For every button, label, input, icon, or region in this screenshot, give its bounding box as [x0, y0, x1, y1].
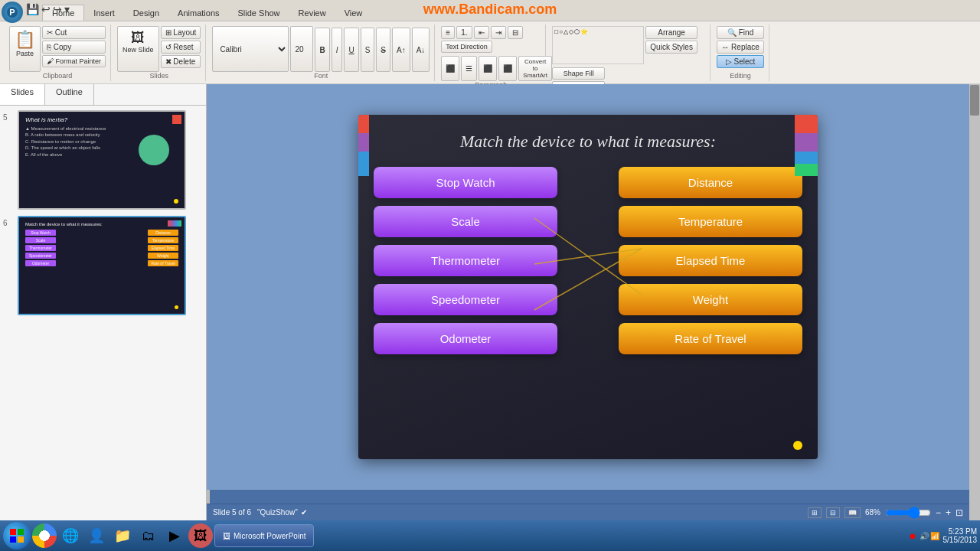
slide-thumb-5[interactable]: 5 What is inertia? ▲ Measurement of elec… — [3, 110, 203, 210]
check-icon: ✔ — [301, 508, 307, 517]
cut-button[interactable]: ✂ Cut — [42, 26, 106, 39]
more-quick-btn[interactable]: ▾ — [64, 3, 70, 15]
format-painter-button[interactable]: 🖌 Format Painter — [42, 55, 106, 67]
gold-dot — [793, 441, 802, 450]
slide6-row-2: Scale Temperature — [25, 237, 178, 243]
text-direction-button[interactable]: Text Direction — [441, 41, 492, 53]
font-size-increase[interactable]: A↑ — [392, 28, 410, 72]
redo-quick-btn[interactable]: ↪ — [53, 3, 62, 15]
font-family-select[interactable]: Calibri — [212, 26, 289, 72]
underline-button[interactable]: U — [344, 28, 358, 72]
theme-status: "QuizShow" — [257, 508, 298, 517]
slide-preview-5[interactable]: What is inertia? ▲ Measurement of electr… — [18, 110, 186, 210]
italic-button[interactable]: I — [332, 28, 343, 72]
slide6-left-2: Scale — [25, 237, 56, 243]
shape-fill-button[interactable]: Shape Fill — [552, 67, 605, 80]
weight-button[interactable]: Weight — [619, 284, 802, 315]
bold-button[interactable]: B — [315, 28, 329, 72]
slides-group: 🖼New Slide ⊞ Layout ↺ Reset ✖ Delete Sli… — [113, 24, 206, 81]
quick-styles-button[interactable]: Quick Styles — [645, 41, 697, 54]
explorer-icon[interactable]: 🗂 — [136, 523, 161, 548]
new-slide-button[interactable]: 🖼New Slide — [117, 26, 159, 72]
justify[interactable]: ⬛ — [498, 56, 517, 81]
folder-icon[interactable]: 📁 — [110, 523, 135, 548]
slide6-left-5: Odometer — [25, 260, 56, 266]
slide-preview-6[interactable]: Match the device to what it measures: St… — [18, 216, 186, 315]
taskbar-right: ⏺ 🔊 📶 5:23 PM 5/15/2013 — [909, 527, 977, 544]
select-button[interactable]: ▷ Select — [717, 55, 763, 68]
office-button[interactable]: P — [2, 2, 23, 23]
scale-button[interactable]: Scale — [374, 206, 557, 237]
find-button[interactable]: 🔍 Find — [717, 26, 763, 39]
speedometer-button[interactable]: Speedometer — [374, 284, 557, 315]
numbering-button[interactable]: 1. — [456, 26, 472, 39]
slide6-row-5: Odometer Rate of Travel — [25, 260, 178, 266]
start-button[interactable] — [3, 522, 31, 549]
fit-slide-btn[interactable]: ⊡ — [956, 507, 963, 518]
outline-tab[interactable]: Outline — [45, 84, 94, 105]
powerpoint-icon[interactable]: 🖼 — [188, 523, 213, 548]
zoom-out-btn[interactable]: − — [936, 507, 941, 518]
paragraph-buttons: ≡ 1. ⇤ ⇥ ⊟ Text Direction ⬛ ☰ ⬛ ⬛ Conver… — [441, 26, 541, 81]
scrollbar-thumb[interactable] — [970, 85, 979, 116]
replace-button[interactable]: ↔ Replace — [717, 41, 763, 54]
bandicam-watermark: www.Bandicam.com — [423, 2, 557, 18]
strikethrough-button[interactable]: S — [376, 28, 390, 72]
chrome-icon[interactable] — [32, 523, 57, 548]
copy-button[interactable]: ⎘ Copy — [42, 41, 106, 54]
record-icon: ⏺ — [909, 532, 916, 540]
slide6-dot — [175, 305, 178, 309]
decrease-indent[interactable]: ⇤ — [474, 26, 489, 39]
slides-label: Slides — [149, 72, 168, 80]
taskbar: 🌐 👤 📁 🗂 ▶ 🖼 🖼 Microsoft PowerPoint ⏺ 🔊 📶… — [0, 520, 980, 551]
tab-animations[interactable]: Animations — [168, 5, 228, 21]
align-center[interactable]: ☰ — [461, 56, 477, 81]
distance-button[interactable]: Distance — [619, 167, 802, 198]
normal-view-btn[interactable]: ⊞ — [808, 507, 822, 518]
media-icon[interactable]: ▶ — [162, 523, 187, 548]
slide6-right-5: Rate of Travel — [148, 260, 178, 266]
zoom-in-btn[interactable]: + — [946, 507, 951, 518]
vertical-scrollbar[interactable] — [969, 84, 980, 520]
layout-button[interactable]: ⊞ Layout — [161, 26, 201, 39]
tab-slideshow[interactable]: Slide Show — [229, 5, 289, 21]
rate-of-travel-button[interactable]: Rate of Travel — [619, 323, 802, 354]
columns-button[interactable]: ⊟ — [508, 26, 523, 39]
reset-button[interactable]: ↺ Reset — [161, 41, 201, 54]
reading-view-btn[interactable]: 📖 — [844, 507, 861, 518]
active-app[interactable]: 🖼 Microsoft PowerPoint — [214, 524, 314, 547]
ie-icon[interactable]: 🌐 — [58, 523, 83, 548]
drawing-group: □○△ ◇⬡⭐ Arrange Quick Styles Shape Fill … — [547, 24, 710, 81]
font-size-input[interactable] — [290, 26, 313, 72]
font-size-decrease[interactable]: A↓ — [412, 28, 430, 72]
tab-review[interactable]: Review — [289, 5, 335, 21]
odometer-button[interactable]: Odometer — [374, 323, 557, 354]
shadow-button[interactable]: S — [361, 28, 375, 72]
elapsed-time-button[interactable]: Elapsed Time — [619, 245, 802, 276]
bullets-button[interactable]: ≡ — [441, 26, 455, 39]
align-right[interactable]: ⬛ — [479, 56, 497, 81]
slide-thumb-6[interactable]: 6 Match the device to what it measures: … — [3, 216, 203, 315]
ribbon-body: 📋Paste ✂ Cut ⎘ Copy 🖌 Format Painter Cli… — [0, 21, 980, 84]
increase-indent[interactable]: ⇥ — [491, 26, 506, 39]
arrange-button[interactable]: Arrange — [645, 26, 697, 39]
tab-view[interactable]: View — [335, 5, 372, 21]
ribbon: P 💾 ↩ ↪ ▾ www.Bandicam.com Home Insert D… — [0, 0, 980, 84]
system-clock: 5:23 PM 5/15/2013 — [943, 527, 978, 544]
slide-sorter-btn[interactable]: ⊟ — [826, 507, 840, 518]
temperature-button[interactable]: Temperature — [619, 206, 802, 237]
tab-design[interactable]: Design — [124, 5, 168, 21]
delete-button[interactable]: ✖ Delete — [161, 55, 201, 68]
undo-quick-btn[interactable]: ↩ — [41, 3, 51, 15]
tab-insert[interactable]: Insert — [84, 5, 124, 21]
user-icon[interactable]: 👤 — [84, 523, 109, 548]
slides-tab[interactable]: Slides — [0, 84, 45, 105]
thermometer-button[interactable]: Thermometer — [374, 245, 557, 276]
slide6-corner — [168, 220, 181, 227]
save-quick-btn[interactable]: 💾 — [26, 3, 39, 15]
align-left[interactable]: ⬛ — [441, 56, 459, 81]
stopwatch-button[interactable]: Stop Watch — [374, 167, 557, 198]
left-column: Stop Watch Scale Thermometer Speedometer… — [374, 167, 557, 354]
paste-button[interactable]: 📋Paste — [9, 26, 41, 72]
zoom-slider[interactable] — [885, 507, 931, 519]
